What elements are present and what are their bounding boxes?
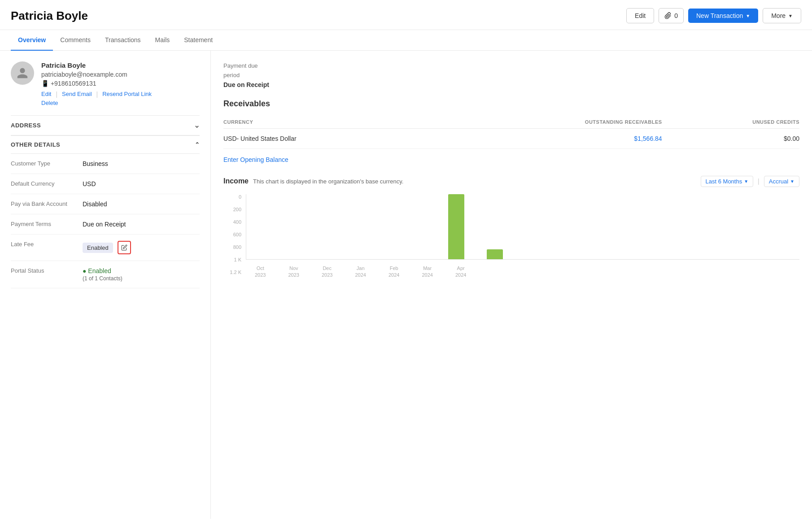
bar-mar-2024 <box>448 194 464 259</box>
more-button[interactable]: More ▼ <box>763 8 801 23</box>
x-label-apr: Apr2024 <box>455 265 466 279</box>
page-title: Patricia Boyle <box>11 9 88 23</box>
more-arrow-icon: ▼ <box>788 13 793 18</box>
chart-y-axis: 1.2 K 1 K 800 600 400 200 0 <box>223 194 244 275</box>
separator: | <box>56 91 57 98</box>
other-details-chevron-icon: ⌃ <box>195 141 200 148</box>
bar <box>487 249 503 259</box>
separator: | <box>96 91 98 98</box>
send-email-link[interactable]: Send Email <box>62 91 92 98</box>
x-label-mar: Mar2024 <box>422 265 432 279</box>
header-actions: Edit 0 New Transaction ▼ More ▼ <box>626 8 801 23</box>
attachment-count: 0 <box>674 12 678 19</box>
unused-credits-cell: $0.00 <box>662 128 799 148</box>
bar <box>448 194 464 259</box>
y-label: 800 <box>223 244 241 250</box>
phone-icon: 📱 <box>41 80 49 87</box>
col-currency: CURRENCY <box>223 116 437 129</box>
col-unused-credits: UNUSED CREDITS <box>662 116 799 129</box>
contact-name: Patricia Boyle <box>41 61 152 69</box>
attachment-button[interactable]: 0 <box>659 8 684 23</box>
edit-contact-link[interactable]: Edit <box>41 91 51 98</box>
y-label: 200 <box>223 207 241 212</box>
tab-statement[interactable]: Statement <box>177 30 220 51</box>
chart-area: Oct2023 Nov2023 Dec2023 Jan2024 Feb2024 … <box>246 194 799 279</box>
y-label: 0 <box>223 194 241 200</box>
receivables-section: Receivables CURRENCY OUTSTANDING RECEIVA… <box>223 99 799 163</box>
y-label: 1 K <box>223 257 241 262</box>
address-chevron-icon: ⌄ <box>194 121 200 130</box>
new-transaction-button[interactable]: New Transaction ▼ <box>688 9 758 23</box>
table-row: USD- United States Dollar $1,566.84 $0.0… <box>223 128 799 148</box>
late-fee-edit-button[interactable] <box>118 241 131 254</box>
resend-portal-link[interactable]: Resend Portal Link <box>102 91 152 98</box>
income-chart: 1.2 K 1 K 800 600 400 200 0 <box>223 194 799 279</box>
new-transaction-arrow-icon: ▼ <box>746 13 750 18</box>
x-label-jan: Jan2024 <box>355 265 366 279</box>
contact-email: patriciaboyle@noexample.com <box>41 71 152 78</box>
late-fee-value: Enabled <box>83 243 113 253</box>
y-label: 600 <box>223 232 241 237</box>
payment-due-label: Payment dueperiod <box>223 61 799 80</box>
contact-details: Patricia Boyle patriciaboyle@noexample.c… <box>41 61 152 106</box>
delete-contact-link[interactable]: Delete <box>41 100 152 106</box>
page-header: Patricia Boyle Edit 0 New Transaction ▼ … <box>0 0 812 30</box>
income-type-label: Accrual <box>769 178 788 185</box>
income-period-filter[interactable]: Last 6 Months ▼ <box>701 176 754 187</box>
income-title: Income <box>223 177 249 185</box>
pencil-icon <box>121 244 127 251</box>
period-dropdown-icon: ▼ <box>744 179 748 184</box>
contact-actions: Edit | Send Email | Resend Portal Link <box>41 91 152 98</box>
enter-opening-balance-link[interactable]: Enter Opening Balance <box>223 156 799 163</box>
portal-status-value: ● Enabled <box>83 267 111 274</box>
col-outstanding: OUTSTANDING RECEIVABLES <box>437 116 662 129</box>
contact-info: Patricia Boyle patriciaboyle@noexample.c… <box>11 61 200 106</box>
chart-bars <box>246 194 799 260</box>
attachment-icon <box>664 12 672 19</box>
right-panel: Payment dueperiod Due on Receipt Receiva… <box>211 51 812 519</box>
tab-overview[interactable]: Overview <box>11 30 53 51</box>
other-details-section: OTHER DETAILS ⌃ Customer Type Business D… <box>11 135 200 288</box>
payment-terms-row: Payment Terms Due on Receipt <box>11 214 200 235</box>
income-header: Income This chart is displayed in the or… <box>223 176 799 187</box>
x-label-feb: Feb2024 <box>389 265 399 279</box>
payment-due-section: Payment dueperiod Due on Receipt <box>223 61 799 88</box>
y-label: 1.2 K <box>223 270 241 275</box>
receivables-table: CURRENCY OUTSTANDING RECEIVABLES UNUSED … <box>223 116 799 149</box>
chart-x-labels: Oct2023 Nov2023 Dec2023 Jan2024 Feb2024 … <box>246 260 799 279</box>
x-label-nov: Nov2023 <box>288 265 299 279</box>
pay-via-bank-row: Pay via Bank Account Disabled <box>11 194 200 214</box>
bar-apr-2024 <box>487 249 503 259</box>
portal-status-sub: (1 of 1 Contacts) <box>83 275 122 282</box>
default-currency-row: Default Currency USD <box>11 174 200 194</box>
payment-due-value: Due on Receipt <box>223 81 799 88</box>
customer-type-row: Customer Type Business <box>11 154 200 174</box>
portal-status-row: Portal Status ● Enabled (1 of 1 Contacts… <box>11 261 200 288</box>
address-section-header[interactable]: ADDRESS ⌄ <box>11 115 200 135</box>
receivables-title: Receivables <box>223 99 799 109</box>
income-section: Income This chart is displayed in the or… <box>223 176 799 279</box>
outstanding-cell: $1,566.84 <box>437 128 662 148</box>
currency-cell: USD- United States Dollar <box>223 128 437 148</box>
tab-mails[interactable]: Mails <box>148 30 177 51</box>
type-dropdown-icon: ▼ <box>790 179 795 184</box>
tab-comments[interactable]: Comments <box>53 30 98 51</box>
income-type-filter[interactable]: Accrual ▼ <box>764 176 799 187</box>
tab-bar: Overview Comments Transactions Mails Sta… <box>0 30 812 51</box>
tab-transactions[interactable]: Transactions <box>98 30 148 51</box>
person-icon <box>16 67 29 79</box>
late-fee-row: Late Fee Enabled <box>11 235 200 261</box>
income-period-label: Last 6 Months <box>706 178 742 185</box>
edit-button[interactable]: Edit <box>626 8 654 23</box>
other-details-header[interactable]: OTHER DETAILS ⌃ <box>11 136 200 154</box>
avatar <box>11 61 34 85</box>
income-subtitle: This chart is displayed in the organizat… <box>253 178 696 185</box>
y-label: 400 <box>223 219 241 225</box>
contact-phone: 📱 ☐ +918610569131 +918610569131 <box>41 80 152 87</box>
main-content: Patricia Boyle patriciaboyle@noexample.c… <box>0 51 812 519</box>
left-panel: Patricia Boyle patriciaboyle@noexample.c… <box>0 51 211 519</box>
x-label-dec: Dec2023 <box>322 265 332 279</box>
x-label-oct: Oct2023 <box>255 265 266 279</box>
